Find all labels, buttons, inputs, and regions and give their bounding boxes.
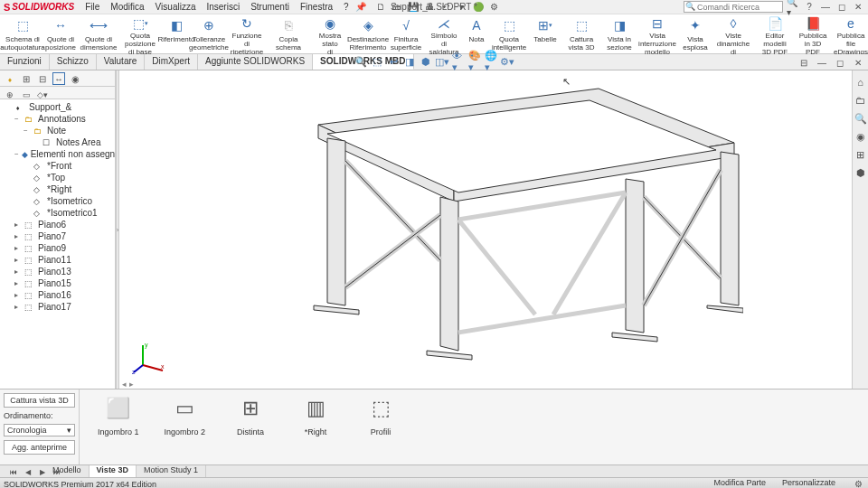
ribbon-schema-di[interactable]: ⬚Schema diautoquotatura <box>4 16 42 52</box>
tree-piano11[interactable]: ▸⬚Piano11 <box>0 254 115 266</box>
btab-prev-icon[interactable]: ◀ <box>22 465 34 478</box>
menu-modifica[interactable]: Modifica <box>105 2 149 12</box>
doc-max-icon[interactable]: ◻ <box>834 56 846 69</box>
minimize-icon[interactable]: — <box>819 1 832 14</box>
menu-help[interactable]: ? <box>338 2 354 12</box>
tab-valutare[interactable]: Valutare <box>97 54 146 70</box>
update-previews-button[interactable]: Agg. anteprime <box>4 440 75 455</box>
ribbon-simbolo-di[interactable]: ⋌Simbolo disaldatura <box>425 16 463 52</box>
zoom-fit-icon[interactable]: 🔍 <box>354 55 367 68</box>
btab-first-icon[interactable]: ⏮ <box>7 465 20 478</box>
expander-icon[interactable]: ▸ <box>14 256 22 264</box>
expander-icon[interactable]: − <box>24 127 31 135</box>
section-view-icon[interactable]: ◨ <box>403 55 416 68</box>
expander-icon[interactable]: ▸ <box>14 279 22 287</box>
command-search[interactable]: 🔍 <box>684 1 783 13</box>
tab-schizzo[interactable]: Schizzo <box>50 54 97 70</box>
taskpane-lib-icon[interactable]: 🗀 <box>854 94 867 107</box>
ribbon-pubblica[interactable]: 📕Pubblicain 3D PDF <box>794 16 832 52</box>
ribbon-viste-dinamiche[interactable]: ◊Viste dinamichedi annotazioni <box>714 16 752 52</box>
thumb--right[interactable]: ▥*Right <box>296 395 335 459</box>
menu-file[interactable]: File <box>80 2 105 12</box>
tree-piano6[interactable]: ▸⬚Piano6 <box>0 219 115 230</box>
ribbon-copia[interactable]: ⎘Copiaschema <box>269 16 307 52</box>
search-input[interactable] <box>684 1 783 13</box>
ribbon-editor-modelli[interactable]: 📄Editor modelli3D PDF <box>756 16 794 52</box>
prev-view-icon[interactable]: ↩ <box>387 55 400 68</box>
options-icon[interactable]: ⚙ <box>488 1 501 14</box>
viewport-3d[interactable]: ↖ <box>119 70 852 389</box>
tab-aggiunte-solidworks[interactable]: Aggiunte SOLIDWORKS <box>198 54 313 70</box>
feature-tree-icon[interactable]: ⬧ <box>4 72 16 85</box>
thumb-distinta[interactable]: ⊞Distinta <box>231 395 270 459</box>
zoom-area-icon[interactable]: ⬚ <box>371 55 383 68</box>
view-orient-icon[interactable]: ⬢ <box>420 55 432 68</box>
taskpane-view-icon[interactable]: 🔍 <box>854 112 867 125</box>
appearance-icon[interactable]: 🎨▾ <box>468 55 481 68</box>
expander-icon[interactable]: − <box>14 150 19 158</box>
ribbon-funzione-di[interactable]: ↻Funzione diripetizione <box>228 16 266 52</box>
config-mgr-icon[interactable]: ⊟ <box>36 72 49 85</box>
tree--top[interactable]: ◇*Top <box>0 172 115 183</box>
pin-icon[interactable]: 📌 <box>354 1 367 14</box>
tree--isometrico[interactable]: ◇*Isometrico <box>0 195 115 207</box>
btab-next-icon[interactable]: ▶ <box>36 465 49 478</box>
scene-icon[interactable]: 🌐▾ <box>485 55 497 68</box>
thumb-profili[interactable]: ⬚Profili <box>361 395 401 459</box>
thumb-ingombro-1[interactable]: ⬜Ingombro 1 <box>98 395 139 459</box>
new-icon[interactable]: 🗋 <box>374 1 387 14</box>
tree--isometrico1[interactable]: ◇*Isometrico1 <box>0 207 115 219</box>
capture-3d-view-button[interactable]: Cattura vista 3D <box>4 393 75 408</box>
ribbon-quota[interactable]: ⬚Quotaintelligente <box>490 16 528 52</box>
btab-motion-study-1[interactable]: Motion Study 1 <box>137 465 206 477</box>
tree-piano17[interactable]: ▸⬚Piano17 <box>0 301 115 313</box>
tree-piano15[interactable]: ▸⬚Piano15 <box>0 277 115 289</box>
taskpane-appear-icon[interactable]: ◉ <box>854 130 867 143</box>
dimxpert-mgr-icon[interactable]: ↔ <box>52 72 65 85</box>
display-mgr-icon[interactable]: ◉ <box>69 72 81 85</box>
btab-viste-3d[interactable]: Viste 3D <box>90 465 137 477</box>
thumb-ingombro-2[interactable]: ▭Ingombro 2 <box>165 395 206 459</box>
tree-annotations[interactable]: −🗀Annotations <box>0 113 115 125</box>
tree--right[interactable]: ◇*Right <box>0 183 115 195</box>
ribbon-tabelle[interactable]: ⊞▾Tabelle <box>532 16 559 52</box>
taskpane-custom-icon[interactable]: ⊞ <box>854 148 867 161</box>
ribbon-tolleranze[interactable]: ⊕Tolleranzegeometriche <box>190 16 228 52</box>
expander-icon[interactable]: ▸ <box>14 221 22 229</box>
collapse-ribbon-icon[interactable]: ⊟ <box>797 56 810 69</box>
ribbon-vista-in[interactable]: ◨Vista insezione <box>600 16 638 52</box>
tree-piano9[interactable]: ▸⬚Piano9 <box>0 242 115 254</box>
search-opts-icon[interactable]: 🔍▾ <box>787 1 799 14</box>
ribbon-vista[interactable]: ✦Vistaesplosa <box>676 16 714 52</box>
display-style-icon[interactable]: ◫▾ <box>436 55 448 68</box>
tree-support-schema2-[interactable]: ⬧Support_& <box>0 101 115 113</box>
taskpane-forum-icon[interactable]: ⬢ <box>854 166 867 179</box>
ribbon-nota[interactable]: ANota <box>463 16 490 52</box>
expander-icon[interactable]: ▸ <box>14 232 22 240</box>
ribbon-cattura[interactable]: ⬚Catturavista 3D <box>562 16 600 52</box>
menu-finestra[interactable]: Finestra <box>295 2 338 12</box>
btab-last-icon[interactable]: ⏭ <box>51 465 63 478</box>
ribbon-riferimento[interactable]: ◧Riferimento <box>163 16 190 52</box>
help-icon[interactable]: ? <box>803 1 816 14</box>
ribbon-quota-posizione-di-base[interactable]: ⬚▾Quota posizione di base <box>121 16 159 52</box>
ribbon-quote-di[interactable]: ⟷Quote didimensione <box>80 16 118 52</box>
tab-funzioni[interactable]: Funzioni <box>0 54 50 70</box>
menu-visualizza[interactable]: Visualizza <box>150 2 202 12</box>
expander-icon[interactable]: ▸ <box>14 303 22 311</box>
panel-resize-icon[interactable]: ◂ ▸ <box>119 380 137 389</box>
hide-show-icon[interactable]: 👁▾ <box>452 55 465 68</box>
view-settings-icon[interactable]: ⚙▾ <box>501 55 514 68</box>
doc-close-icon[interactable]: ✕ <box>852 56 864 69</box>
expander-icon[interactable]: ▸ <box>14 267 22 276</box>
ribbon-vista-interruzione[interactable]: ⊟Vista interruzionemodello <box>638 16 676 52</box>
expander-icon[interactable]: ▸ <box>14 291 22 299</box>
tree--front[interactable]: ◇*Front <box>0 160 115 172</box>
doc-min-icon[interactable]: — <box>816 56 828 69</box>
expander-icon[interactable]: ▸ <box>14 244 22 252</box>
taskpane-home-icon[interactable]: ⌂ <box>854 76 867 89</box>
property-mgr-icon[interactable]: ⊞ <box>20 72 33 85</box>
tab-dimxpert[interactable]: DimXpert <box>145 54 198 70</box>
tree-piano13[interactable]: ▸⬚Piano13 <box>0 266 115 277</box>
feature-tree[interactable]: ⬧Support_&−🗀Annotations−🗀Note☐Notes Area… <box>0 99 115 389</box>
